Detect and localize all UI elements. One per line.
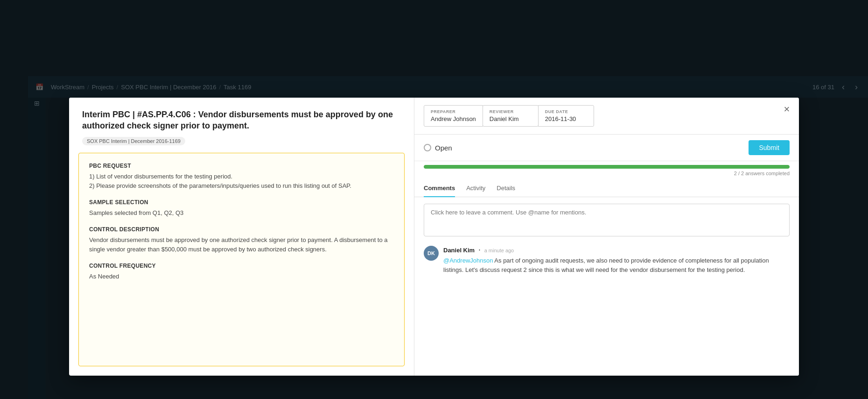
due-date-field: DUE DATE 2016-11-30 [538,105,594,127]
due-date-value: 2016-11-30 [545,115,587,122]
pbc-request-body: 1) List of vendor disbursements for the … [89,172,394,191]
modal-dialog: Interim PBC | #AS.PP.4.C06 : Vendor disb… [69,98,799,376]
control-frequency-section: CONTROL FREQUENCY As Needed [89,263,394,281]
comment-item: DK Daniel Kim · a minute ago @AndrewJohn… [424,246,790,274]
progress-bar-fill [424,165,790,169]
modal-header: Interim PBC | #AS.PP.4.C06 : Vendor disb… [69,98,414,153]
submit-button[interactable]: Submit [749,140,790,155]
preparer-value: Andrew Johnson [431,115,476,122]
preparer-field: PREPARER Andrew Johnson [424,105,483,127]
comment-text: @AndrewJohnson As part of ongoing audit … [443,256,790,274]
tab-details[interactable]: Details [497,180,515,197]
modal-close-button[interactable]: × [779,102,794,117]
modal-left-panel: Interim PBC | #AS.PP.4.C06 : Vendor disb… [69,98,414,376]
reviewer-value: Daniel Kim [490,115,532,122]
modal-badge: SOX PBC Interim | December 2016-1169 [82,137,185,145]
progress-area: 2 / 2 answers completed [414,161,799,178]
reviewer-field: REVIEWER Daniel Kim [483,105,539,127]
comment-time: a minute ago [484,248,514,253]
control-frequency-body: As Needed [89,272,394,281]
preparer-label: PREPARER [431,109,476,114]
pbc-request-section: PBC REQUEST 1) List of vendor disburseme… [89,163,394,191]
modal-content-area: PBC REQUEST 1) List of vendor disburseme… [78,153,405,366]
comment-meta: Daniel Kim · a minute ago [443,246,790,254]
reviewer-label: REVIEWER [490,109,532,114]
control-description-section: CONTROL DESCRIPTION Vendor disbursements… [89,226,394,254]
pbc-request-title: PBC REQUEST [89,163,394,169]
sample-selection-title: SAMPLE SELECTION [89,199,394,206]
comment-textarea[interactable] [424,204,790,236]
status-open: Open [424,144,452,152]
status-text: Open [435,144,452,152]
sample-selection-body: Samples selected from Q1, Q2, Q3 [89,208,394,218]
info-fields: PREPARER Andrew Johnson REVIEWER Daniel … [414,98,799,135]
progress-text: 2 / 2 answers completed [424,171,790,176]
tabs-row: Comments Activity Details [414,180,799,197]
control-description-body: Vendor disbursements must be approved by… [89,235,394,254]
tab-activity[interactable]: Activity [466,180,485,197]
status-row: Open Submit [414,135,799,161]
status-circle-icon [424,144,431,151]
modal-title: Interim PBC | #AS.PP.4.C06 : Vendor disb… [82,109,401,132]
comment-sep: · [478,246,480,254]
due-date-label: DUE DATE [545,109,587,114]
comment-avatar: DK [424,246,439,261]
comment-author: Daniel Kim [443,247,475,254]
progress-bar-background [424,165,790,169]
sample-selection-section: SAMPLE SELECTION Samples selected from Q… [89,199,394,218]
modal-right-panel: PREPARER Andrew Johnson REVIEWER Daniel … [414,98,799,376]
control-description-title: CONTROL DESCRIPTION [89,226,394,233]
control-frequency-title: CONTROL FREQUENCY [89,263,394,269]
comment-mention: @AndrewJohnson [443,257,493,264]
comment-input-area [414,197,799,242]
comment-body: Daniel Kim · a minute ago @AndrewJohnson… [443,246,790,274]
tab-comments[interactable]: Comments [424,180,455,197]
comments-list: DK Daniel Kim · a minute ago @AndrewJohn… [414,242,799,376]
